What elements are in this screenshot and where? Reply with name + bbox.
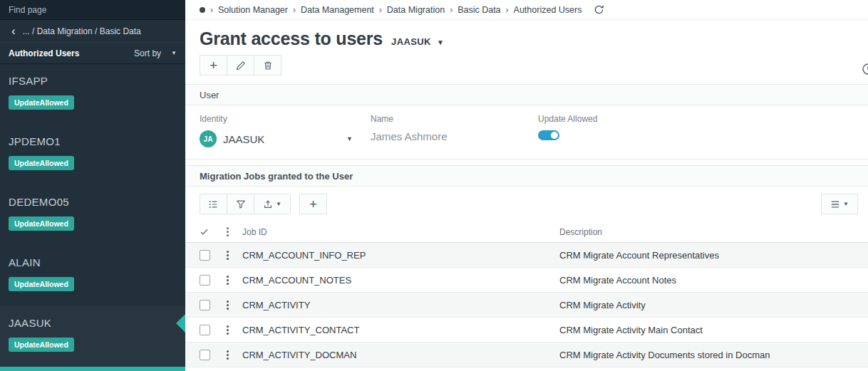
row-menu-kebab[interactable] (224, 279, 242, 281)
identity-field: Identity JA JAASUK ▼ (200, 114, 371, 147)
chevron-down-icon: ▼ (171, 51, 177, 56)
breadcrumb-separator: › (293, 5, 296, 15)
item-name: DEDEMO05 (9, 196, 177, 208)
breadcrumb-item[interactable]: Solution Manager (218, 5, 288, 15)
update-allowed-toggle[interactable] (538, 130, 559, 140)
breadcrumb-item[interactable]: Data Management (301, 5, 374, 15)
sort-by-dropdown[interactable]: Sort by ▼ (134, 48, 177, 58)
find-page-input[interactable] (9, 5, 177, 15)
breadcrumb-separator: › (210, 5, 213, 15)
delete-button[interactable] (254, 55, 281, 75)
row-menu-kebab[interactable] (224, 304, 242, 306)
item-name: JPDEMO1 (9, 135, 177, 147)
breadcrumb-separator: › (379, 5, 382, 15)
identity-dropdown[interactable]: JA JAASUK ▼ (200, 130, 353, 147)
table-row[interactable]: CRM_ACTIVITY_DOCMAN CRM Migrate Activity… (185, 343, 868, 367)
row-menu-kebab[interactable] (224, 254, 242, 256)
item-name: JAASUK (9, 317, 177, 329)
select-all-column[interactable] (200, 227, 224, 236)
add-button[interactable]: + (200, 55, 227, 75)
item-name: ALAIN (9, 256, 177, 268)
user-fields: Identity JA JAASUK ▼ Name James Ashmore … (185, 105, 868, 159)
item-name: IFSAPP (9, 75, 177, 87)
name-field: Name James Ashmore (371, 114, 538, 147)
breadcrumb-item[interactable]: Basic Data (458, 5, 500, 15)
table-row[interactable]: CRM_ACCOUNT_NOTES CRM Migrate Account No… (185, 268, 868, 293)
chevron-down-icon: ▼ (843, 202, 849, 207)
table-options-button[interactable]: ▼ (821, 194, 858, 214)
row-menu-kebab[interactable] (224, 354, 242, 356)
sidebar-item-alain[interactable]: ALAIN UpdateAllowed (0, 246, 185, 306)
kebab-icon (227, 279, 229, 281)
row-checkbox[interactable] (200, 275, 210, 286)
sidebar-item-jaasuk[interactable]: JAASUK UpdateAllowed (0, 306, 185, 367)
refresh-icon[interactable] (594, 4, 604, 15)
back-path-label[interactable]: ... / Data Migration / Basic Data (23, 26, 141, 36)
sidebar-list-header: Authorized Users Sort by ▼ (0, 43, 185, 64)
column-header-description[interactable]: Description (559, 227, 868, 237)
table-body: CRM_ACCOUNT_INFO_REP CRM Migrate Account… (185, 243, 868, 367)
row-checkbox[interactable] (200, 350, 210, 360)
pencil-icon (236, 61, 246, 70)
description-cell: CRM Migrate Activity Documents stored in… (559, 350, 868, 360)
find-page-bar[interactable] (0, 0, 185, 20)
name-label: Name (371, 114, 538, 124)
jobs-section: Migration Jobs granted to the User (185, 165, 868, 367)
kebab-icon (227, 304, 229, 306)
filter-button[interactable] (227, 194, 254, 214)
crud-button-group: + (200, 55, 281, 75)
sort-by-label: Sort by (134, 48, 161, 58)
update-allowed-badge: UpdateAllowed (9, 277, 74, 291)
sidebar-list-title: Authorized Users (9, 48, 79, 58)
app-window: ‹ ... / Data Migration / Basic Data Auth… (0, 0, 868, 371)
user-section-header: User (185, 84, 868, 105)
sidebar-item-jpdemo1[interactable]: JPDEMO1 UpdateAllowed (0, 125, 185, 185)
table-row[interactable]: CRM_ACCOUNT_INFO_REP CRM Migrate Account… (185, 243, 868, 268)
table-row[interactable]: CRM_ACTIVITY CRM Migrate Activity (185, 293, 868, 318)
update-allowed-field: Update Allowed (538, 114, 597, 147)
jobs-section-title: Migration Jobs granted to the User (200, 171, 353, 182)
jobs-toolbar: ▼ + ▼ (185, 187, 868, 221)
update-allowed-badge: UpdateAllowed (9, 156, 74, 170)
chevron-down-icon: ▼ (346, 136, 353, 142)
trash-icon (263, 61, 273, 70)
jobs-section-header: Migration Jobs granted to the User (185, 165, 868, 187)
row-menu-kebab[interactable] (224, 329, 242, 331)
plus-icon: + (210, 58, 217, 72)
description-cell: CRM Migrate Activity (559, 300, 868, 310)
page-title: Grant access to users (200, 28, 383, 49)
kebab-icon (227, 329, 229, 331)
sidebar-item-dedemo05[interactable]: DEDEMO05 UpdateAllowed (0, 185, 185, 246)
chevron-down-icon[interactable]: ▼ (437, 38, 444, 46)
row-checkbox[interactable] (200, 325, 210, 335)
main-content: › Solution Manager › Data Management › D… (185, 0, 868, 371)
breadcrumb-item[interactable]: Data Migration (387, 5, 445, 15)
avatar: JA (200, 130, 217, 147)
breadcrumb-item[interactable]: Authorized Users (514, 5, 582, 15)
breadcrumb: › Solution Manager › Data Management › D… (185, 0, 868, 20)
update-allowed-badge: UpdateAllowed (9, 95, 74, 110)
edit-button[interactable] (227, 55, 254, 75)
name-value: James Ashmore (371, 130, 538, 142)
hamburger-icon (830, 200, 840, 209)
row-checkbox[interactable] (200, 250, 210, 261)
sidebar-back-nav[interactable]: ‹ ... / Data Migration / Basic Data (0, 20, 185, 43)
list-view-button[interactable] (200, 194, 227, 214)
page-subtitle-user[interactable]: JAASUK (391, 36, 431, 47)
kebab-icon (227, 254, 229, 256)
breadcrumb-separator: › (450, 5, 453, 15)
table-row[interactable]: CRM_ACTIVITY_CONTACT CRM Migrate Activit… (185, 318, 868, 343)
row-checkbox[interactable] (200, 300, 210, 310)
breadcrumb-home-dot-icon[interactable] (200, 7, 205, 13)
user-section: User Identity JA JAASUK ▼ Name James Ash… (185, 84, 868, 160)
identity-label: Identity (200, 114, 371, 124)
export-button[interactable]: ▼ (254, 194, 291, 214)
back-chevron-icon[interactable]: ‹ (11, 25, 16, 37)
column-header-jobid[interactable]: Job ID (242, 227, 559, 237)
list-icon (208, 199, 219, 209)
add-job-button[interactable]: + (299, 194, 327, 214)
filter-icon (236, 199, 246, 209)
clock-icon[interactable] (862, 63, 868, 75)
sidebar-item-ifsapp[interactable]: IFSAPP UpdateAllowed (0, 64, 185, 125)
job-id-cell: CRM_ACTIVITY_CONTACT (242, 325, 559, 335)
